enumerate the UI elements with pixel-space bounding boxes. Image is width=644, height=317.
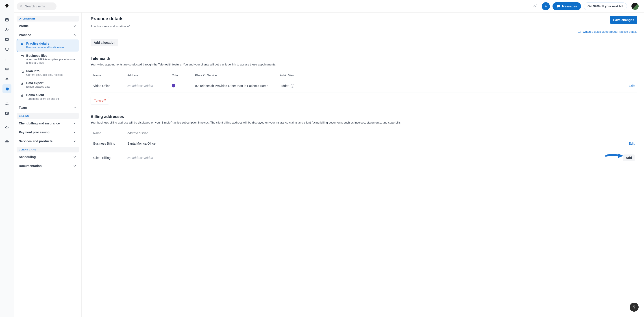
group-payment-processing[interactable]: Payment processing xyxy=(16,128,79,137)
chevron-down-icon xyxy=(73,130,76,134)
group-documentation[interactable]: Documentation xyxy=(16,162,79,170)
chat-icon xyxy=(556,4,560,8)
telehealth-table-head: Name Address Color Place Of Service Publ… xyxy=(90,71,637,79)
turn-off-button[interactable]: Turn off xyxy=(90,97,109,104)
group-practice[interactable]: Practice xyxy=(16,30,79,40)
group-services-products[interactable]: Services and products xyxy=(16,137,79,146)
help-icon[interactable]: ? xyxy=(290,84,294,88)
billing-row-business: Business Billing Santa Monica Office Edi… xyxy=(90,137,637,150)
svg-rect-14 xyxy=(22,44,23,44)
chevron-down-icon xyxy=(73,106,76,110)
svg-rect-15 xyxy=(21,55,24,57)
file-info-icon: i xyxy=(20,70,24,73)
edit-link[interactable]: Edit xyxy=(629,84,634,88)
add-button[interactable]: Add xyxy=(623,154,634,161)
save-button[interactable]: Save changes xyxy=(610,16,637,24)
video-icon xyxy=(578,30,581,34)
chevron-down-icon xyxy=(73,24,76,28)
telehealth-section: Telehealth Your video appointments are c… xyxy=(90,56,637,104)
search-input[interactable] xyxy=(25,4,53,8)
group-profile[interactable]: Profile xyxy=(16,22,79,30)
add-button[interactable] xyxy=(542,2,550,10)
search-box[interactable] xyxy=(16,2,56,10)
avatar[interactable] xyxy=(632,3,638,10)
calendar-add-icon[interactable] xyxy=(2,108,12,118)
section-client-care: CLIENT CARE xyxy=(16,146,79,152)
briefcase-icon xyxy=(20,54,24,58)
billing-table-head: Name Address / Office xyxy=(90,129,637,137)
billing-desc: Your business billing address will be di… xyxy=(90,120,637,125)
svg-point-9 xyxy=(20,5,22,7)
nav-data-export[interactable]: Data export Export practice data xyxy=(16,79,79,91)
page-subtitle: Practice name and location info xyxy=(90,25,637,28)
app-logo[interactable] xyxy=(4,4,10,9)
svg-rect-2 xyxy=(6,38,8,40)
clients-icon[interactable] xyxy=(2,25,12,34)
promo-button[interactable]: Get $200 off your next bill xyxy=(584,2,627,10)
analytics-icon[interactable] xyxy=(2,55,12,64)
svg-rect-0 xyxy=(6,18,8,21)
robot-icon xyxy=(20,94,24,97)
page-title: Practice details xyxy=(90,16,124,21)
telehealth-desc: Your video appointments are conducted th… xyxy=(90,62,637,67)
svg-rect-13 xyxy=(22,44,22,44)
svg-rect-11 xyxy=(22,43,22,44)
section-billing: BILLING xyxy=(16,113,79,119)
card-icon[interactable] xyxy=(2,35,12,44)
messages-button[interactable]: Messages xyxy=(552,2,581,10)
icon-rail xyxy=(0,0,14,317)
building-icon xyxy=(20,42,24,46)
svg-point-20 xyxy=(22,96,23,96)
messages-label: Messages xyxy=(562,4,577,8)
nav-demo-client[interactable]: Demo client Turn demo client on and off xyxy=(16,91,79,103)
svg-rect-21 xyxy=(578,31,580,32)
svg-text:i: i xyxy=(23,72,23,73)
app-header: Messages Get $200 off your next bill xyxy=(14,0,644,12)
group-client-billing[interactable]: Client billing and insurance xyxy=(16,119,79,128)
team-icon[interactable] xyxy=(2,74,12,84)
settings-icon[interactable] xyxy=(2,84,12,93)
svg-rect-3 xyxy=(6,68,8,70)
calendar-icon[interactable] xyxy=(2,15,12,24)
telehealth-title: Telehealth xyxy=(90,56,637,61)
billing-title: Billing addresses xyxy=(90,114,637,119)
help-fab[interactable]: ? xyxy=(630,303,638,312)
section-operations: OPERATIONS xyxy=(16,16,79,22)
nav-practice-details[interactable]: Practice details Practice name and locat… xyxy=(16,40,79,52)
search-icon xyxy=(20,5,23,8)
color-dot xyxy=(172,84,175,88)
bell-icon[interactable] xyxy=(2,99,12,108)
chevron-down-icon xyxy=(73,140,76,143)
nav-plan-info[interactable]: i Plan info Current plan, add-ons, recei… xyxy=(16,67,79,79)
page-content: Practice details Save changes Practice n… xyxy=(82,12,644,317)
telehealth-row: Video Office No address added 02-Telehea… xyxy=(90,79,637,93)
svg-point-5 xyxy=(7,78,8,79)
billing-addresses-section: Billing addresses Your business billing … xyxy=(90,114,637,166)
eye-icon[interactable] xyxy=(2,137,12,146)
chevron-down-icon xyxy=(73,122,76,125)
billing-row-client: Client Billing No address added Add xyxy=(90,150,637,166)
nav-business-files[interactable]: Business files A secure, HIPAA-compliant… xyxy=(16,52,79,67)
video-link[interactable]: Watch a quick video about Practice detai… xyxy=(90,30,637,34)
group-scheduling[interactable]: Scheduling xyxy=(16,152,79,162)
svg-point-4 xyxy=(6,78,6,79)
shield-icon[interactable] xyxy=(2,45,12,54)
settings-sidebar: OPERATIONS Profile Practice Practice det… xyxy=(14,12,82,317)
add-location-button[interactable]: Add a location xyxy=(90,39,118,46)
edit-link[interactable]: Edit xyxy=(629,142,634,145)
chevron-down-icon xyxy=(73,155,76,159)
megaphone-icon[interactable] xyxy=(2,123,12,132)
svg-point-8 xyxy=(6,141,8,142)
svg-rect-10 xyxy=(21,43,23,45)
list-icon[interactable] xyxy=(2,64,12,74)
svg-rect-12 xyxy=(22,43,23,44)
download-icon xyxy=(20,82,24,85)
chevron-down-icon xyxy=(73,164,76,168)
svg-point-19 xyxy=(22,96,22,96)
group-team[interactable]: Team xyxy=(16,103,79,112)
pulse-icon[interactable] xyxy=(533,4,537,8)
svg-point-1 xyxy=(6,28,7,30)
chevron-up-icon xyxy=(73,33,76,37)
